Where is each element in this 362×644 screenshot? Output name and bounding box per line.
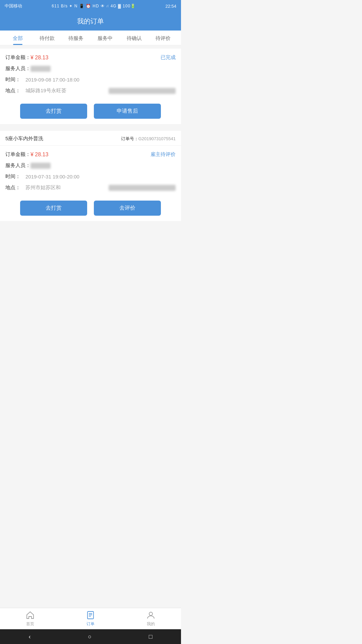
time-row-1: 时间： 2019-09-08 17:00-18:00 xyxy=(5,74,176,85)
tip-button-2[interactable]: 去打赏 xyxy=(20,201,87,216)
order-body-1: 订单金额： ¥ 28.13 已完成 服务人员： 时间： 2019-09-08 1… xyxy=(0,49,181,100)
carrier-text: 中国移动 xyxy=(5,3,22,9)
network-status: 611 B/s ✦ N 📱 ⏰ HD 👁 ⑁ 4G ▓ 100🔋 xyxy=(52,4,136,8)
tab-pending-review[interactable]: 待评价 xyxy=(148,31,178,45)
order-status-2: 雇主待评价 xyxy=(150,151,176,158)
order-body-2: 订单金额： ¥ 28.13 雇主待评价 服务人员： 时间： 2019-07-31… xyxy=(0,146,181,197)
tab-in-service[interactable]: 服务中 xyxy=(90,31,120,45)
status-bar: 中国移动 611 B/s ✦ N 📱 ⏰ HD 👁 ⑁ 4G ▓ 100🔋 22… xyxy=(0,0,181,12)
location-value-1: 城际路19号永旺荟 xyxy=(25,88,109,94)
time-value-2: 2019-07-31 19:00-20:00 xyxy=(25,174,176,179)
aftersale-button-1[interactable]: 申请售后 xyxy=(94,104,161,119)
time-display: 22:54 xyxy=(165,4,176,9)
time-value-1: 2019-09-08 17:00-18:00 xyxy=(25,77,176,83)
time-label-2: 时间： xyxy=(5,173,25,180)
location-label-1: 地点： xyxy=(5,88,25,94)
location-blurred-2 xyxy=(109,185,176,191)
order-card-2: 5座小车内外普洗 订单号：G20190731075541 订单金额： ¥ 28.… xyxy=(0,131,181,221)
tab-pending-pay[interactable]: 待付款 xyxy=(33,31,62,45)
order-amount-row-1: 订单金额： ¥ 28.13 已完成 xyxy=(5,52,176,63)
service-person-row-1: 服务人员： xyxy=(5,63,176,74)
service-person-label-2: 服务人员： xyxy=(5,162,31,169)
amount-value-1: ¥ 28.13 xyxy=(31,55,48,61)
order-header-2: 5座小车内外普洗 订单号：G20190731075541 xyxy=(0,131,181,146)
location-blurred-1 xyxy=(109,88,176,94)
order-footer-1: 去打赏 申请售后 xyxy=(0,100,181,124)
order-list: 订单金额： ¥ 28.13 已完成 服务人员： 时间： 2019-09-08 1… xyxy=(0,49,181,261)
page-title: 我的订单 xyxy=(77,17,104,25)
page-header: 我的订单 xyxy=(0,12,181,31)
amount-label-1: 订单金额： xyxy=(5,54,31,61)
amount-label-2: 订单金额： xyxy=(5,151,31,158)
review-button-2[interactable]: 去评价 xyxy=(94,201,161,216)
tab-pending-service[interactable]: 待服务 xyxy=(61,31,90,45)
order-number-label-2: 订单号： xyxy=(121,136,138,141)
order-title-2: 5座小车内外普洗 xyxy=(5,136,43,142)
tip-button-1[interactable]: 去打赏 xyxy=(20,104,87,119)
divider-1 xyxy=(0,124,181,127)
tab-all[interactable]: 全部 xyxy=(3,31,33,45)
service-person-value-2 xyxy=(31,163,51,169)
location-label-2: 地点： xyxy=(5,184,25,191)
order-amount-row-2: 订单金额： ¥ 28.13 雇主待评价 xyxy=(5,149,176,160)
order-footer-2: 去打赏 去评价 xyxy=(0,197,181,221)
order-status-1: 已完成 xyxy=(161,54,176,61)
location-row-1: 地点： 城际路19号永旺荟 xyxy=(5,85,176,96)
service-person-row-2: 服务人员： xyxy=(5,160,176,171)
location-value-2: 苏州市姑苏区和 xyxy=(25,184,109,191)
order-tabs: 全部 待付款 待服务 服务中 待确认 待评价 xyxy=(0,31,181,45)
amount-value-2: ¥ 28.13 xyxy=(31,152,48,158)
service-person-label-1: 服务人员： xyxy=(5,65,31,72)
time-label-1: 时间： xyxy=(5,76,25,83)
order-number-2: 订单号：G20190731075541 xyxy=(121,136,176,142)
tab-pending-confirm[interactable]: 待确认 xyxy=(120,31,149,45)
time-row-2: 时间： 2019-07-31 19:00-20:00 xyxy=(5,171,176,182)
order-card-1: 订单金额： ¥ 28.13 已完成 服务人员： 时间： 2019-09-08 1… xyxy=(0,49,181,124)
service-person-value-1 xyxy=(31,66,51,72)
location-row-2: 地点： 苏州市姑苏区和 xyxy=(5,182,176,193)
